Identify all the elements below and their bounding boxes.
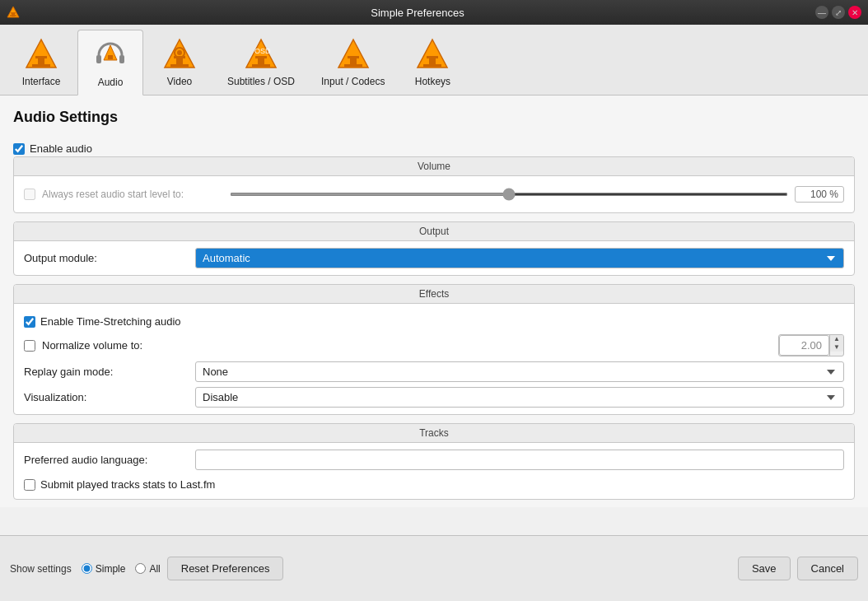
nav-input[interactable]: Input / Codecs [310,30,396,95]
nav-subtitles[interactable]: OSD Subtitles / OSD [216,30,306,95]
window-title: Simple Preferences [20,7,815,19]
spinbox-down[interactable]: ▼ [830,343,843,352]
output-module-row: Output module: Automatic Default ALSA Pu… [24,248,844,268]
svg-rect-20 [255,56,267,58]
nav-video-label: Video [167,76,192,87]
simple-label[interactable]: Simple [96,563,126,575]
tracks-body: Preferred audio language: Submit played … [14,443,854,499]
nav-hotkeys[interactable]: Hotkeys [399,30,465,95]
enable-audio-label[interactable]: Enable audio [30,142,92,155]
subtitles-icon: OSD [241,35,281,74]
nav-interface-label: Interface [22,76,61,87]
submit-stats-label[interactable]: Submit played tracks stats to Last.fm [40,478,215,491]
volume-slider-row: Always reset audio start level to: 100 % [24,183,844,206]
normalize-input[interactable] [779,335,829,356]
replay-gain-select[interactable]: None Track Album [195,361,844,382]
output-body: Output module: Automatic Default ALSA Pu… [14,241,854,275]
hotkeys-icon [413,35,452,74]
nav-hotkeys-label: Hotkeys [415,76,450,87]
svg-rect-6 [35,56,47,58]
time-stretch-checkbox[interactable] [24,316,35,328]
audio-icon [91,35,130,75]
replay-gain-row: Replay gain mode: None Track Album [24,361,844,382]
nav-bar: Interface Audio [0,25,868,96]
output-header: Output [14,222,854,241]
reset-button[interactable]: Reset Preferences [167,557,284,580]
volume-body: Always reset audio start level to: 100 % [14,176,854,212]
preferred-lang-label: Preferred audio language: [24,454,189,466]
interface-icon [21,35,61,74]
output-module-label: Output module: [24,252,189,264]
reset-audio-label: Always reset audio start level to: [42,189,223,200]
title-bar-left [7,6,20,19]
title-bar-controls: — ⤢ ✕ [815,6,861,19]
svg-rect-11 [108,55,113,59]
normalize-checkbox[interactable] [24,340,35,352]
simple-radio[interactable] [82,563,92,574]
volume-value: 100 % [795,186,844,203]
visualization-row: Visualization: Disable Spectrometer Scop… [24,387,844,408]
nav-interface[interactable]: Interface [8,30,74,95]
nav-video[interactable]: Video [147,30,212,95]
svg-rect-7 [32,64,50,67]
enable-audio-checkbox[interactable] [13,143,25,155]
visualization-label: Visualization: [24,391,189,403]
svg-point-17 [177,50,182,55]
svg-rect-2 [11,12,16,14]
spinbox-up[interactable]: ▲ [830,335,843,343]
nav-subtitles-label: Subtitles / OSD [227,76,295,87]
save-button[interactable]: Save [738,557,791,580]
minimize-button[interactable]: — [815,6,828,19]
input-icon [334,35,373,74]
svg-rect-21 [252,64,270,67]
svg-text:OSD: OSD [254,47,271,55]
svg-rect-15 [170,64,189,67]
reset-audio-checkbox[interactable] [24,189,35,200]
svg-rect-29 [427,56,438,58]
vlc-logo [7,6,20,19]
nav-audio-label: Audio [98,77,124,88]
radio-simple[interactable]: Simple [82,563,126,575]
submit-stats-checkbox[interactable] [24,479,35,491]
all-radio[interactable] [135,563,146,574]
volume-section: Volume Always reset audio start level to… [13,156,855,213]
close-button[interactable]: ✕ [848,6,861,19]
output-section: Output Output module: Automatic Default … [13,221,855,276]
nav-audio[interactable]: Audio [77,30,143,96]
normalize-spinbox: ▲ ▼ [778,334,844,356]
svg-rect-26 [344,64,362,67]
normalize-row: Normalize volume to: ▲ ▼ [24,334,844,356]
svg-rect-3 [10,15,16,16]
submit-stats-row: Submit played tracks stats to Last.fm [24,475,844,492]
svg-rect-30 [423,64,441,67]
enable-audio-row: Enable audio [13,137,855,156]
nav-input-label: Input / Codecs [321,76,385,87]
spinbox-arrows: ▲ ▼ [829,335,843,356]
video-icon [160,35,199,74]
svg-rect-9 [119,55,124,63]
visualization-select[interactable]: Disable Spectrometer Scope VU Meter Goom [195,387,844,408]
cancel-button[interactable]: Cancel [797,557,858,580]
replay-gain-label: Replay gain mode: [24,366,189,378]
tracks-section: Tracks Preferred audio language: Submit … [13,423,855,500]
time-stretch-label[interactable]: Enable Time-Stretching audio [40,315,181,328]
title-bar: Simple Preferences — ⤢ ✕ [0,0,868,25]
time-stretch-row: Enable Time-Stretching audio [24,310,844,329]
svg-rect-25 [348,56,359,58]
show-settings-label: Show settings [10,563,72,575]
preferred-lang-input[interactable] [195,450,844,470]
preferred-lang-row: Preferred audio language: [24,450,844,470]
effects-body: Enable Time-Stretching audio Normalize v… [14,304,854,414]
volume-slider[interactable] [230,193,788,196]
all-label[interactable]: All [149,563,160,575]
volume-header: Volume [14,157,854,176]
bottom-bar: Show settings Simple All Reset Preferenc… [0,535,868,601]
maximize-button[interactable]: ⤢ [832,6,845,19]
tracks-header: Tracks [14,424,854,443]
normalize-label[interactable]: Normalize volume to: [42,339,772,352]
page-title: Audio Settings [13,109,855,126]
radio-all[interactable]: All [135,563,160,575]
effects-section: Effects Enable Time-Stretching audio Nor… [13,284,855,415]
output-module-select[interactable]: Automatic Default ALSA PulseAudio [195,248,844,268]
main-content: Audio Settings Enable audio Volume Alway… [0,96,868,507]
